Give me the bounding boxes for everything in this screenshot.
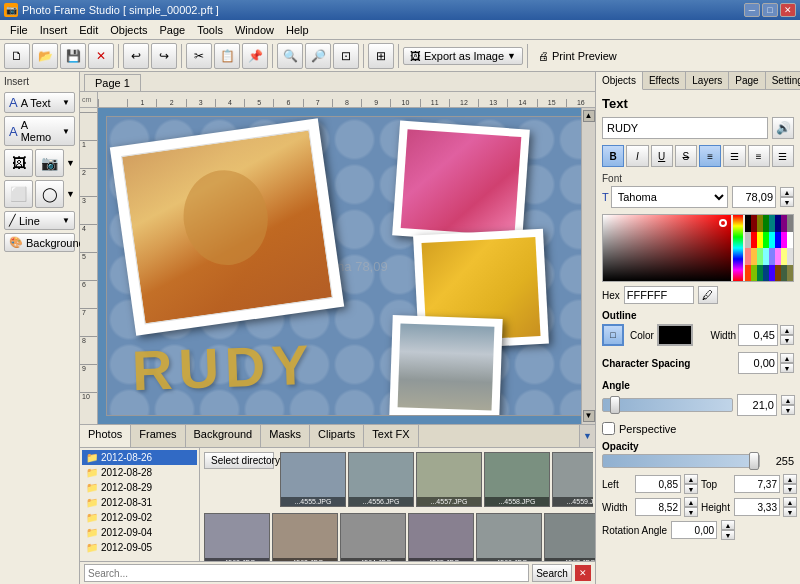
page-tab[interactable]: Page 1 [84,74,141,91]
tab-textfx[interactable]: Text FX [364,425,418,447]
thumbnail[interactable]: ...4562.JPG [204,513,270,561]
align-center-button[interactable]: ☰ [723,145,745,167]
char-spacing-down[interactable]: ▼ [780,363,794,373]
align-right-button[interactable]: ≡ [748,145,770,167]
thumbnail[interactable]: ...4556.JPG [348,452,414,507]
search-clear-button[interactable]: ✕ [575,565,591,581]
line-insert-button[interactable]: ╱ Line ▼ [4,211,75,230]
strikethrough-button[interactable]: S [675,145,697,167]
frame-tool-1[interactable]: 🖼 [4,149,33,177]
tab-photos[interactable]: Photos [80,425,131,447]
search-button[interactable]: Search [532,564,572,582]
thumbnail[interactable]: ...4563.JPG [272,513,338,561]
pos-height-spinner[interactable]: ▲ ▼ [783,497,797,517]
eyedropper-button[interactable]: 🖊 [698,286,718,304]
thumbnail[interactable]: ...4557.JPG [416,452,482,507]
pos-left-spinner[interactable]: ▲ ▼ [684,474,698,494]
outline-width-up[interactable]: ▲ [780,325,794,335]
thumbnail[interactable]: ...4566.JPG [476,513,542,561]
export-button[interactable]: 🖼 Export as Image ▼ [403,47,523,65]
memo-insert-button[interactable]: A A Memo ▼ [4,116,75,146]
tab-background[interactable]: Background [186,425,262,447]
page-white[interactable]: RUDY Tahoma 78,09 [106,116,587,416]
opacity-slider[interactable] [602,454,760,468]
shape-tool-2[interactable]: ◯ [35,180,64,208]
select-directory-button[interactable]: Select directory [204,452,274,469]
tab-masks[interactable]: Masks [261,425,310,447]
print-preview-button[interactable]: 🖨 Print Preview [532,48,623,64]
undo-button[interactable]: ↩ [123,43,149,69]
menu-edit[interactable]: Edit [73,22,104,38]
tab-effects[interactable]: Effects [643,72,686,89]
align-justify-button[interactable]: ☰ [772,145,794,167]
font-size-up[interactable]: ▲ [780,187,794,197]
outline-toggle-button[interactable]: □ [602,324,624,346]
align-left-button[interactable]: ≡ [699,145,721,167]
color-picker-area[interactable] [602,214,794,282]
angle-spinner[interactable]: ▲ ▼ [781,395,795,415]
text-value-input[interactable] [602,117,768,139]
shape-tool-1[interactable]: ⬜ [4,180,33,208]
char-spacing-input[interactable] [738,352,778,374]
tab-page[interactable]: Page [729,72,765,89]
tree-item[interactable]: 📁2012-09-05 [82,540,197,555]
pos-left-input[interactable] [635,475,681,493]
save-button[interactable]: 💾 [60,43,86,69]
tab-settings[interactable]: Settings [766,72,800,89]
underline-button[interactable]: U [651,145,673,167]
thumbnail[interactable]: ...4555.JPG [280,452,346,507]
menu-window[interactable]: Window [229,22,280,38]
color-swatch[interactable] [787,232,793,249]
canvas-content[interactable]: 12345678910 [80,108,595,424]
angle-down[interactable]: ▼ [781,405,795,415]
rotation-spinner[interactable]: ▲ ▼ [721,520,735,540]
menu-insert[interactable]: Insert [34,22,74,38]
background-insert-button[interactable]: 🎨 Background ▼ [4,233,75,252]
flower-photo-frame[interactable] [392,121,530,245]
menu-objects[interactable]: Objects [104,22,153,38]
char-spacing-spinner[interactable]: ▲ ▼ [780,353,794,373]
copy-button[interactable]: 📋 [214,43,240,69]
thumbnail[interactable]: ...4564.JPG [340,513,406,561]
angle-up[interactable]: ▲ [781,395,795,405]
pos-top-spinner[interactable]: ▲ ▼ [783,474,797,494]
color-gradient-picker[interactable] [603,215,731,281]
color-swatch[interactable] [787,265,793,282]
char-spacing-up[interactable]: ▲ [780,353,794,363]
angle-slider[interactable] [602,398,733,412]
minimize-button[interactable]: ─ [744,3,760,17]
text-insert-button[interactable]: A A Text ▼ [4,92,75,113]
pos-height-input[interactable] [734,498,780,516]
rudy-text[interactable]: RUDY [131,332,316,403]
new-button[interactable]: 🗋 [4,43,30,69]
tree-item[interactable]: 📁2012-09-04 [82,525,197,540]
tree-item[interactable]: 📁2012-08-28 [82,465,197,480]
scroll-up-button[interactable]: ▲ [583,110,595,122]
color-picker-container[interactable] [602,214,794,282]
color-swatch[interactable] [787,248,793,265]
rotation-input[interactable] [671,521,717,539]
search-input[interactable] [84,564,529,582]
frame-tool-2[interactable]: 📷 [35,149,64,177]
tree-item[interactable]: 📁2012-08-31 [82,495,197,510]
menu-file[interactable]: File [4,22,34,38]
maximize-button[interactable]: □ [762,3,778,17]
outline-color-button[interactable] [657,324,693,346]
hue-bar[interactable] [733,215,743,281]
tab-objects[interactable]: Objects [596,72,643,90]
paste-button[interactable]: 📌 [242,43,268,69]
color-swatches[interactable] [745,215,793,281]
menu-page[interactable]: Page [154,22,192,38]
page-canvas[interactable]: RUDY Tahoma 78,09 ▲ ▼ [98,108,595,424]
thumbnail[interactable]: ...4559.JPG [552,452,593,507]
tab-cliparts[interactable]: Cliparts [310,425,364,447]
bold-button[interactable]: B [602,145,624,167]
font-size-down[interactable]: ▼ [780,197,794,207]
tree-item[interactable]: 📁2012-08-29 [82,480,197,495]
menu-help[interactable]: Help [280,22,315,38]
pos-width-input[interactable] [635,498,681,516]
font-size-input[interactable] [732,186,776,208]
thumbnail[interactable]: ...4565.JPG [408,513,474,561]
font-select[interactable]: Tahoma [611,186,728,208]
open-button[interactable]: 📂 [32,43,58,69]
